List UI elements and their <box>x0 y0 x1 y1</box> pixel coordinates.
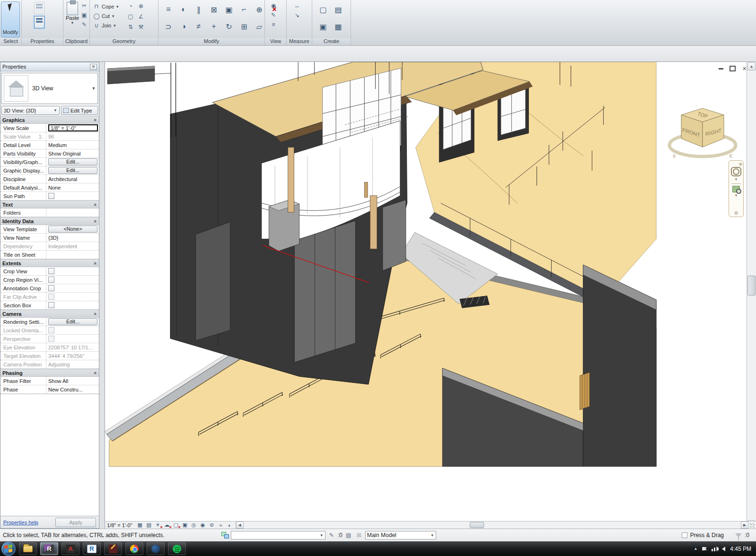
collapse-chevron-icon[interactable]: « <box>93 371 98 374</box>
rotate-icon[interactable]: ↻ <box>223 19 235 34</box>
volume-icon[interactable] <box>722 547 725 551</box>
property-value[interactable]: New Constru... <box>46 387 99 392</box>
section-header-text[interactable]: Text« <box>0 200 99 208</box>
action-center-icon[interactable] <box>702 547 707 551</box>
detail-level-icon[interactable]: ▦ <box>136 522 144 529</box>
properties-help-link[interactable]: Properties help <box>3 520 38 525</box>
properties-palette-icon[interactable] <box>34 16 44 28</box>
trim-extend-icon[interactable]: ⌐ <box>238 2 250 17</box>
create-similar-icon[interactable]: ▦ <box>332 19 344 34</box>
section-header-graphics[interactable]: Graphics« <box>0 116 99 124</box>
property-value[interactable] <box>46 327 99 333</box>
paste-dropdown-icon[interactable]: ▼ <box>70 21 74 25</box>
edit-type-button[interactable]: Edit Type <box>61 106 98 115</box>
property-value[interactable]: {3D} <box>46 235 99 241</box>
property-checkbox[interactable] <box>48 193 54 199</box>
scale-icon[interactable]: ▱ <box>253 19 265 34</box>
exclude-options-icon[interactable]: ⊠ <box>355 531 363 539</box>
scroll-right-icon[interactable]: ▶ <box>741 521 748 529</box>
view-scale-button[interactable]: 1/8" = 1'-0" <box>107 522 132 528</box>
property-value[interactable]: None <box>46 185 99 191</box>
worksets-combo[interactable]: ▼ <box>231 531 325 539</box>
close-palette-icon[interactable]: ✕ <box>90 64 97 70</box>
property-checkbox[interactable] <box>48 302 54 308</box>
property-edit-button[interactable]: <None> <box>48 226 97 233</box>
drawing-area[interactable]: ✕ TOP FRONT RIGHT S E ⊗ ▼ ▼ ⊖ <box>105 62 747 521</box>
property-value[interactable]: Edit... <box>46 167 99 174</box>
measure-icon[interactable]: ↔ <box>293 2 301 9</box>
property-value[interactable]: Independent <box>46 243 99 249</box>
taskbar-app-chrome[interactable] <box>125 542 143 555</box>
property-value[interactable]: Edit... <box>46 158 99 165</box>
cut-icon[interactable]: ✂ <box>80 2 88 9</box>
property-value[interactable] <box>46 193 99 199</box>
clipboard-panel-label[interactable]: Clipboard <box>63 38 89 45</box>
property-checkbox[interactable] <box>48 294 54 300</box>
align-icon[interactable]: ≡ <box>162 2 175 17</box>
view-scale-value[interactable]: 1/8" = 1'-0" <box>48 124 98 131</box>
shadows-icon[interactable]: ☁ <box>163 522 171 529</box>
sun-path-icon[interactable]: ☀ <box>154 522 162 529</box>
geometry-panel-label[interactable]: Geometry <box>90 38 158 45</box>
taskbar-app-revit[interactable]: R <box>40 542 58 555</box>
pin-icon[interactable]: ⊕ <box>253 2 265 17</box>
modify-panel-label[interactable]: Modify <box>158 38 264 45</box>
property-checkbox[interactable] <box>48 277 54 283</box>
press-drag-checkbox[interactable] <box>682 532 687 538</box>
view-panel-label[interactable]: View <box>265 38 286 45</box>
type-selector-dropdown-icon[interactable]: ▼ <box>90 86 97 91</box>
property-value[interactable] <box>46 268 99 274</box>
properties-panel-label[interactable]: Properties <box>22 38 63 45</box>
property-value[interactable] <box>46 336 99 342</box>
property-value[interactable] <box>46 294 99 300</box>
property-value[interactable] <box>46 277 99 283</box>
scroll-up-icon[interactable]: ▲ <box>747 62 756 70</box>
dimension-icon[interactable]: ↘ <box>293 11 301 19</box>
property-checkbox[interactable] <box>48 285 54 291</box>
property-value[interactable]: Show Original <box>46 151 99 156</box>
property-value[interactable]: Show All <box>46 378 99 384</box>
highlight-sets-icon[interactable]: ◐ <box>226 522 234 529</box>
property-value[interactable]: 2208757' 10 17/1... <box>46 345 99 350</box>
property-edit-button[interactable]: Edit... <box>48 167 97 174</box>
taskbar-app-blue-r-app[interactable]: R <box>83 542 101 555</box>
worksets-icon[interactable] <box>221 532 229 539</box>
unlocked-view-icon[interactable]: ⊘ <box>208 522 216 529</box>
navbar-close-icon[interactable]: ⊗ <box>738 162 742 166</box>
collapse-chevron-icon[interactable]: « <box>93 261 98 264</box>
section-header-camera[interactable]: Camera« <box>0 310 99 318</box>
taskbar-app-pencil-app[interactable] <box>104 542 122 555</box>
view-minimize-icon[interactable] <box>717 66 724 71</box>
reveal-hidden-elements-icon[interactable]: ◉ <box>199 522 207 529</box>
beam-join-icon[interactable]: ∠ <box>137 13 145 20</box>
section-header-identity-data[interactable]: Identity Data« <box>0 217 99 225</box>
section-header-extents[interactable]: Extents« <box>0 259 99 267</box>
offset-icon[interactable]: ⊃ <box>162 19 175 34</box>
apply-coping-icon[interactable]: ▢ <box>127 13 134 20</box>
zoom-dropdown-icon[interactable]: ▼ <box>734 193 738 198</box>
taskbar-app-explorer[interactable] <box>19 542 37 555</box>
scroll-left-icon[interactable]: ◀ <box>236 521 244 529</box>
reveal-hidden-icon[interactable]: ◉ <box>270 2 277 9</box>
property-value[interactable] <box>46 302 99 308</box>
offset-copy-icon[interactable]: ⇅ <box>127 23 134 31</box>
resize-grip[interactable] <box>749 523 755 528</box>
demolish-hammer-icon[interactable]: ⚒ <box>137 23 145 31</box>
copy-icon[interactable]: ▣ <box>223 2 235 17</box>
visual-style-icon[interactable]: ▧ <box>145 522 153 529</box>
create-parts-icon[interactable]: ▤ <box>332 2 344 17</box>
property-value[interactable]: 96 <box>46 134 99 139</box>
instance-selector-dropdown-icon[interactable]: ▼ <box>53 108 57 113</box>
property-value[interactable]: Medium <box>46 142 99 148</box>
collapse-chevron-icon[interactable]: « <box>93 312 98 315</box>
design-options-icon[interactable]: ▤ <box>344 531 353 539</box>
taskbar-clock[interactable]: 4:45 PM <box>730 546 751 552</box>
model-right-building[interactable] <box>580 265 657 466</box>
view-restore-icon[interactable] <box>729 66 736 71</box>
split-element-icon[interactable]: ∥ <box>193 2 205 17</box>
3d-model-view[interactable] <box>105 62 747 521</box>
paste-button[interactable]: Paste <box>66 15 79 21</box>
copy-icon[interactable]: ▣ <box>80 11 88 19</box>
taskbar-app-autocad[interactable]: A <box>62 542 79 555</box>
array-icon[interactable]: ⊞ <box>238 19 250 34</box>
